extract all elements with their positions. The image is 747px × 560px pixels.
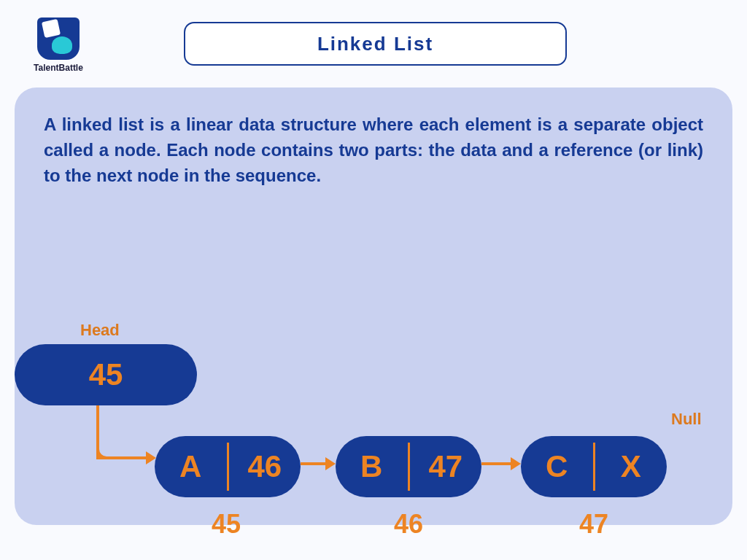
arrow-a-to-b (301, 462, 327, 465)
page-title: Linked List (184, 22, 567, 66)
node-b-pointer: 47 (410, 449, 482, 484)
node-c-data: C (521, 449, 593, 484)
brand-logo: TalentBattle (29, 18, 88, 73)
brand-badge-icon (37, 18, 80, 60)
node-a-pointer: 46 (229, 449, 301, 484)
node-c-pointer: X (595, 449, 667, 484)
head-label: Head (80, 321, 120, 340)
node-a-data: A (155, 449, 227, 484)
brand-name: TalentBattle (29, 63, 88, 73)
node-b-data: B (336, 449, 408, 484)
arrow-head-to-a (96, 405, 155, 467)
node-b: B 47 (336, 436, 481, 497)
node-b-address: 46 (394, 509, 423, 540)
content-panel: A linked list is a linear data structure… (15, 88, 732, 525)
node-a: A 46 (155, 436, 301, 497)
null-label: Null (671, 410, 702, 429)
head-node: 45 (15, 344, 197, 405)
node-c-address: 47 (579, 509, 608, 540)
head-value: 45 (89, 357, 123, 392)
arrow-b-to-c (481, 462, 512, 465)
node-c: C X (521, 436, 667, 497)
node-a-address: 45 (212, 509, 241, 540)
description-text: A linked list is a linear data structure… (44, 112, 703, 188)
